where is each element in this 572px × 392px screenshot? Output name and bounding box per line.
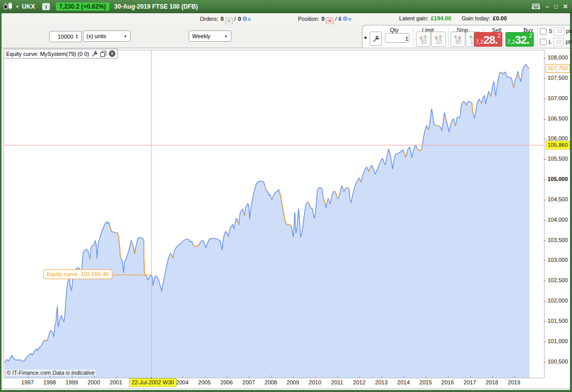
y-axis-tick <box>544 159 546 160</box>
stop-checkbox[interactable] <box>540 28 547 35</box>
y-axis-tick <box>544 58 546 58</box>
limit-distance-input[interactable]: 10 <box>553 38 564 46</box>
orders-open-count: 0 <box>221 16 224 22</box>
symbol-dropdown-icon[interactable]: ▼ <box>15 5 19 9</box>
chevron-down-icon: ▼ <box>124 35 127 38</box>
orders-pending-count: 0 <box>238 16 241 22</box>
x-axis-year-label: 2019 <box>504 379 524 385</box>
limit-distance-row: L 10 pts <box>540 37 572 46</box>
position-label: Position: <box>298 16 319 22</box>
trade-settings-button[interactable] <box>370 32 382 46</box>
y-axis-tick-label: 103,000 <box>548 257 571 263</box>
qty-input[interactable] <box>387 34 409 43</box>
wrench-icon <box>373 36 379 42</box>
tooltip-label: Equity curve <box>47 271 78 277</box>
limit-order-icon <box>418 35 428 44</box>
orders-separator: / <box>234 16 236 22</box>
limit-order-modify-icon <box>434 35 443 44</box>
limit-order-button-1[interactable] <box>416 32 431 47</box>
price-badge: 7,230.2 (+0.62%) <box>56 3 109 11</box>
buy-price-main: 32. <box>515 35 529 45</box>
x-axis-year-label: 2018 <box>482 379 502 385</box>
qty-label: Qty <box>390 27 399 33</box>
orders-settings-icon[interactable]: ⚙⚙ <box>242 15 251 22</box>
quantity-stepper[interactable]: ▲▼ <box>49 31 82 42</box>
quantity-input[interactable] <box>50 33 74 40</box>
tooltip-value: 102,656.40 <box>81 271 109 277</box>
x-axis-year-label: 2000 <box>84 379 104 385</box>
detach-window-icon[interactable] <box>100 51 106 57</box>
last-price-axis-label: 107,759 <box>546 64 570 73</box>
minimize-button[interactable]: – <box>546 4 549 10</box>
indicator-settings-icon[interactable] <box>92 51 98 57</box>
limit-order-button-2[interactable] <box>431 32 446 47</box>
x-axis-year-label: 2007 <box>238 379 259 385</box>
y-axis-tick <box>544 119 546 119</box>
y-axis-tick-label: 101,000 <box>548 338 571 344</box>
chart-pane: Equity curve: MySystem(79) (0 0) ✕ 108,0… <box>2 48 570 390</box>
x-axis-year-label: 2015 <box>415 379 436 385</box>
x-axis-year-label: 2008 <box>261 379 281 385</box>
x-axis-year-label: 1997 <box>17 379 38 385</box>
qty-field[interactable] <box>385 33 409 43</box>
stop-distance-input[interactable]: 10 <box>554 27 564 36</box>
equity-curve-svg[interactable] <box>4 50 544 378</box>
position-settings-icon[interactable]: ⚙⚙ <box>343 15 352 22</box>
equity-curve-plot[interactable] <box>4 50 545 378</box>
close-button[interactable]: ✕ <box>563 4 568 10</box>
buy-button[interactable]: 7,232.2 <box>505 32 534 47</box>
gain-today-label: Gain today: <box>462 15 490 21</box>
x-axis-year-label: 2017 <box>460 379 480 385</box>
y-axis-tick-label: 103,500 <box>548 237 571 243</box>
info-icon[interactable]: i <box>42 3 50 10</box>
buy-price-prefix: 7,2 <box>507 39 515 45</box>
x-axis-year-label: 2006 <box>217 379 237 385</box>
crosshair-price-axis-label: 105,860 <box>546 141 570 149</box>
y-axis-tick <box>544 99 546 99</box>
trading-window: ▼ UKX i 7,230.2 (+0.62%) 30-Aug-2019 FTS… <box>0 0 572 392</box>
y-axis-tick-label: 107,500 <box>548 75 571 81</box>
stop-checkbox-label: S <box>549 28 552 34</box>
y-axis-tick <box>544 240 546 241</box>
y-axis-tick <box>544 342 546 342</box>
y-axis-tick-label: 102,500 <box>548 277 571 283</box>
y-axis-tick-label: 102,000 <box>548 297 571 304</box>
sell-price-prefix: 7,2 <box>475 39 483 45</box>
title-bar: ▼ UKX i 7,230.2 (+0.62%) 30-Aug-2019 FTS… <box>0 0 572 13</box>
y-axis-tick-label: 105,500 <box>548 156 571 162</box>
stop-distance-row: S 10 pts <box>540 26 572 36</box>
sell-price-decimal: 2 <box>497 33 500 39</box>
x-axis-year-label: 2014 <box>394 379 414 385</box>
candlestick-chart-icon <box>3 2 13 12</box>
sell-button[interactable]: 7,228.2 <box>474 32 502 47</box>
trade-panel: ▶ Qty Limit Stop Sell <box>362 25 570 48</box>
limit-checkbox[interactable] <box>540 39 547 45</box>
disclaimer-text: Data is indicative <box>52 370 95 376</box>
x-axis-year-label: 2012 <box>349 379 370 385</box>
y-axis-tick <box>544 362 546 363</box>
gain-today: Gain today:£0.00 <box>462 15 507 21</box>
units-select[interactable]: (x) units ▼ <box>83 31 131 42</box>
y-axis-tick <box>544 179 546 180</box>
quantity-spinner-icons[interactable]: ▲▼ <box>75 34 78 39</box>
indicator-tab[interactable]: Equity curve: MySystem(79) (0 0) ✕ <box>4 49 118 58</box>
session-label: 30-Aug-2019 FTSE 100 (DFB) <box>114 3 198 10</box>
y-axis-tick-label: 108,000 <box>548 54 571 61</box>
maximize-button[interactable]: □ <box>554 4 558 10</box>
crosshair-date-axis-label: 22-Jul-2002 W30 <box>129 378 177 387</box>
equity-tooltip: Equity curve 102,656.40 <box>43 269 112 279</box>
y-axis-tick-label: 104,500 <box>548 196 571 202</box>
keyboard-icon[interactable] <box>531 3 540 11</box>
collapse-panel-icon[interactable]: ▶ <box>365 36 367 40</box>
close-position-icon[interactable]: ✕ <box>326 17 334 25</box>
y-axis-tick-label: 101,500 <box>548 318 571 324</box>
y-axis-tick <box>544 139 546 139</box>
position-summary: Position:0✕/ 6⚙⚙ <box>298 15 352 25</box>
stop-order-button-1[interactable] <box>450 32 465 47</box>
cancel-orders-icon[interactable]: ✕ <box>225 17 233 25</box>
x-axis-year-label: 1999 <box>62 379 82 385</box>
y-axis-tick-label: 100,500 <box>548 358 571 365</box>
timeframe-select[interactable]: Weekly ▼ <box>189 31 231 42</box>
close-indicator-icon[interactable]: ✕ <box>109 50 115 57</box>
y-axis-tick <box>544 301 546 301</box>
